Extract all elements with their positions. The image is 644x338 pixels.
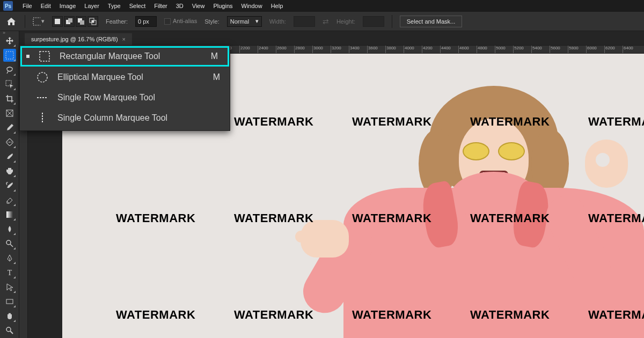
document-tab-title: surpesture.jpg @ 16.7% (RGB/8) — [31, 36, 118, 42]
marquee-tool-flyout: Rectangular Marquee Tool M Elliptical Ma… — [19, 45, 230, 131]
tool-path-select[interactable] — [3, 281, 16, 293]
menu-file[interactable]: File — [18, 1, 36, 11]
ruler-tick: 3000 — [312, 46, 323, 53]
tool-lasso[interactable] — [3, 63, 16, 76]
tool-eyedropper[interactable] — [3, 121, 16, 134]
svg-rect-25 — [40, 52, 49, 61]
svg-point-23 — [6, 327, 11, 332]
ruler-tick: 2200 — [239, 46, 250, 53]
document-tab[interactable]: surpesture.jpg @ 16.7% (RGB/8) × — [25, 33, 132, 45]
watermark-text: WATERMARK — [352, 308, 431, 322]
photoshop-logo[interactable]: Ps — [3, 1, 13, 11]
select-and-mask-button[interactable]: Select and Mask... — [400, 16, 463, 27]
selected-indicator — [26, 55, 30, 58]
tool-history-brush[interactable] — [3, 179, 16, 192]
menu-image[interactable]: Image — [55, 1, 80, 11]
tool-zoom[interactable] — [3, 324, 16, 337]
watermark-text: WATERMARK — [352, 115, 431, 129]
flyout-item-single-column[interactable]: Single Column Marquee Tool — [20, 108, 230, 128]
svg-point-15 — [9, 142, 10, 143]
toolbar: T — [0, 31, 19, 338]
flyout-label: Rectangular Marquee Tool — [60, 52, 202, 61]
tool-hand[interactable] — [3, 310, 16, 322]
svg-point-19 — [6, 240, 11, 245]
selection-new[interactable] — [52, 16, 63, 27]
svg-point-26 — [38, 72, 47, 82]
home-icon[interactable] — [5, 16, 17, 27]
watermark-text: WATERMARK — [116, 308, 195, 322]
ruler-tick: 5600 — [550, 46, 560, 53]
tool-object-select[interactable] — [3, 78, 16, 91]
svg-rect-18 — [6, 211, 13, 218]
tool-gradient[interactable] — [3, 208, 16, 221]
tool-clone[interactable] — [3, 165, 16, 178]
width-input — [294, 16, 315, 27]
ruler-tick: 4600 — [458, 46, 469, 53]
ruler-tick: 3400 — [349, 46, 360, 53]
menu-select[interactable]: Select — [125, 1, 150, 11]
flyout-item-single-row[interactable]: Single Row Marquee Tool — [20, 87, 230, 108]
menu-filter[interactable]: Filter — [150, 1, 171, 11]
svg-rect-22 — [6, 299, 13, 304]
watermark-text: WATERMARK — [352, 211, 431, 225]
flyout-label: Elliptical Marquee Tool — [57, 72, 204, 82]
ruler-tick: 4000 — [404, 46, 414, 53]
svg-rect-9 — [6, 52, 13, 59]
close-icon[interactable]: × — [122, 36, 126, 42]
tool-marquee[interactable] — [3, 49, 16, 62]
ruler-tick: 3200 — [331, 46, 341, 53]
selection-mode-buttons — [52, 16, 98, 27]
menu-3d[interactable]: 3D — [172, 1, 188, 11]
tool-brush[interactable] — [3, 150, 16, 163]
tool-rectangle[interactable] — [3, 295, 16, 308]
watermark-text: WATERMARK — [470, 308, 550, 322]
menu-help[interactable]: Help — [267, 1, 288, 11]
watermark-text: WATERMARK — [234, 211, 313, 225]
style-label: Style: — [204, 18, 219, 25]
current-tool-icon[interactable]: ▾ — [33, 16, 45, 27]
watermark-text: WATERMARK — [588, 115, 644, 129]
ruler-tick: 6000 — [586, 46, 597, 53]
tool-pen[interactable] — [3, 252, 16, 264]
ruler-tick: 2600 — [276, 46, 287, 53]
svg-point-16 — [8, 142, 9, 143]
menu-type[interactable]: Type — [104, 1, 125, 11]
tool-blur[interactable] — [3, 223, 16, 236]
flyout-item-elliptical[interactable]: Elliptical Marquee Tool M — [20, 67, 230, 87]
feather-input[interactable] — [135, 16, 157, 27]
svg-rect-3 — [68, 18, 72, 23]
ruler-tick: 5200 — [513, 46, 524, 53]
menu-edit[interactable]: Edit — [36, 1, 55, 11]
menu-window[interactable]: Window — [237, 1, 267, 11]
single-row-marquee-icon — [36, 91, 49, 104]
width-label: Width: — [269, 18, 286, 25]
menu-layer[interactable]: Layer — [80, 1, 104, 11]
style-dropdown[interactable]: Normal▾ — [227, 16, 262, 27]
menu-plugins[interactable]: Plugins — [209, 1, 237, 11]
feather-label: Feather: — [106, 18, 128, 25]
tool-crop[interactable] — [3, 92, 16, 105]
tool-dodge[interactable] — [3, 237, 16, 250]
antialias-checkbox: Anti-alias — [164, 18, 197, 25]
tool-eraser[interactable] — [3, 194, 16, 207]
tool-frame[interactable] — [3, 107, 16, 120]
rectangular-marquee-icon — [38, 50, 51, 63]
swap-icon: ⇄ — [323, 17, 329, 26]
watermark-text: WATERMARK — [234, 115, 313, 129]
height-label: Height: — [336, 18, 355, 25]
tool-move[interactable] — [3, 34, 16, 47]
tool-heal[interactable] — [3, 136, 16, 149]
ruler-tick: 2400 — [258, 46, 268, 53]
ruler-tick: 5800 — [568, 46, 579, 53]
selection-intersect[interactable] — [87, 16, 98, 27]
selection-add[interactable] — [64, 16, 75, 27]
menu-view[interactable]: View — [188, 1, 209, 11]
ruler-tick: 4400 — [440, 46, 451, 53]
ruler-tick: 6200 — [604, 46, 615, 53]
flyout-shortcut: M — [211, 52, 218, 61]
selection-subtract[interactable] — [76, 16, 86, 27]
tool-type[interactable]: T — [3, 266, 16, 279]
elliptical-marquee-icon — [36, 71, 49, 84]
watermark-text: WATERMARK — [470, 115, 550, 129]
flyout-item-rectangular[interactable]: Rectangular Marquee Tool M — [20, 46, 229, 67]
